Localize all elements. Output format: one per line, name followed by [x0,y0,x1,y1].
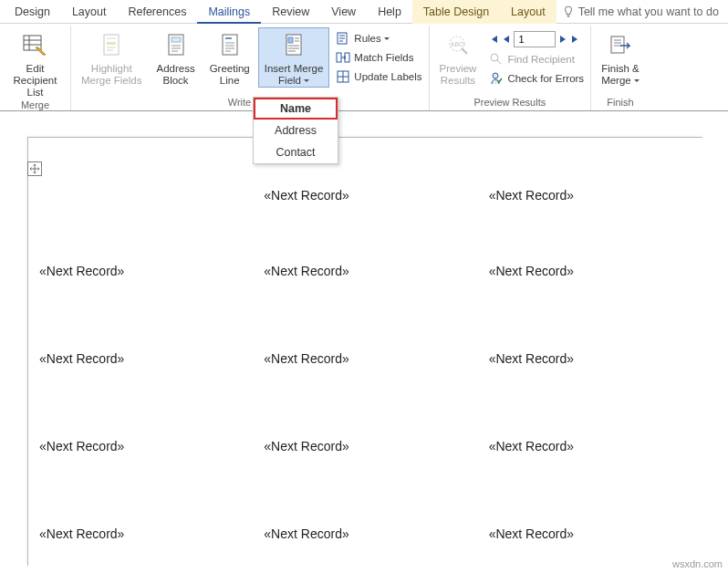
last-record-icon[interactable] [570,34,581,45]
address-block-icon [165,30,187,61]
update-labels-button[interactable]: Update Labels [333,68,424,86]
table-move-handle[interactable] [27,161,42,176]
greeting-line-icon [219,30,241,61]
find-recipient-label: Find Recipient [507,54,575,65]
highlight-icon [100,30,122,61]
next-record-field: «Next Record» [264,264,348,278]
svg-rect-40 [611,36,624,53]
label-cell[interactable]: «Next Record» [28,227,253,315]
check-errors-label: Check for Errors [507,73,584,84]
next-record-field: «Next Record» [264,439,348,453]
label-cell[interactable]: «Next Record» [253,402,477,490]
edit-recipient-list-label: Edit Recipient List [10,63,60,99]
ribbon: Edit Recipient List Merge Highlight Merg… [0,24,728,111]
prev-record-icon[interactable] [502,34,511,45]
label-cell[interactable]: «Next Record» [478,490,702,573]
address-block-button[interactable]: Address Block [150,27,201,88]
label-grid: «Next Record» «Next Record» «Next Record… [28,138,702,573]
next-record-field: «Next Record» [489,439,574,453]
recipient-list-icon [22,30,49,61]
next-record-field: «Next Record» [489,526,574,541]
label-cell[interactable]: «Next Record» [478,402,702,490]
update-labels-icon [336,69,350,84]
next-record-field: «Next Record» [489,264,574,278]
tab-view[interactable]: View [320,0,367,24]
finish-merge-label: Finish & Merge [601,63,640,87]
insert-merge-field-icon [283,30,305,61]
insert-merge-field-button[interactable]: Insert Merge Field [258,27,330,88]
address-block-label: Address Block [156,63,194,87]
label-cell[interactable]: «Next Record» [478,227,702,315]
label-cell[interactable]: «Next Record» [28,490,253,573]
document-page: «Next Record» «Next Record» «Next Record… [27,137,702,566]
match-fields-button[interactable]: Match Fields [333,48,424,67]
svg-rect-21 [288,37,293,43]
tab-help[interactable]: Help [367,0,412,24]
find-recipient-icon [489,52,504,67]
check-errors-button[interactable]: Check for Errors [486,69,587,88]
rules-button[interactable]: Rules [333,29,424,47]
label-cell[interactable]: «Next Record» [253,315,477,402]
match-fields-label: Match Fields [354,52,413,63]
next-record-field: «Next Record» [39,439,124,453]
tab-design[interactable]: Design [4,0,61,24]
svg-point-39 [493,73,498,78]
next-record-field: «Next Record» [39,526,124,541]
svg-rect-10 [172,37,181,42]
insert-merge-field-menu: Name Address Contact [253,97,338,164]
next-record-field: «Next Record» [39,264,124,278]
tab-bar: Design Layout References Mailings Review… [0,0,728,24]
merge-field-contact[interactable]: Contact [254,141,338,163]
label-cell[interactable]: «Next Record» [253,163,477,227]
match-fields-icon [336,50,350,65]
group-label-preview: Preview Results [433,97,588,110]
next-record-icon[interactable] [558,34,567,45]
label-cell[interactable]: «Next Record» [28,402,253,490]
next-record-field: «Next Record» [489,188,574,203]
record-number-input[interactable] [514,31,556,47]
next-record-field: «Next Record» [489,351,574,366]
merge-field-address[interactable]: Address [254,120,338,141]
tab-table-design[interactable]: Table Design [412,0,500,24]
label-cell[interactable] [28,163,253,227]
preview-results-icon: ABC [444,30,472,61]
tell-me-text: Tell me what you want to do [578,5,719,18]
highlight-merge-fields-button[interactable]: Highlight Merge Fields [75,27,148,88]
next-record-field: «Next Record» [264,188,348,203]
tab-references[interactable]: References [117,0,197,24]
rules-label: Rules [354,33,389,44]
tell-me[interactable]: Tell me what you want to do [562,5,719,18]
label-cell[interactable]: «Next Record» [253,490,477,573]
tab-review[interactable]: Review [261,0,320,24]
group-label-finish: Finish [595,97,646,110]
preview-results-button[interactable]: ABC Preview Results [433,27,484,88]
tab-mailings[interactable]: Mailings [197,0,261,24]
finish-merge-button[interactable]: Finish & Merge [595,27,646,88]
label-cell[interactable]: «Next Record» [28,315,253,402]
label-cell[interactable]: «Next Record» [478,315,702,402]
next-record-field: «Next Record» [39,351,124,366]
tab-layout-context[interactable]: Layout [500,0,556,24]
merge-field-name[interactable]: Name [254,98,338,120]
next-record-field: «Next Record» [264,351,348,366]
svg-rect-31 [337,53,341,62]
next-record-field: «Next Record» [264,526,348,541]
greeting-line-button[interactable]: Greeting Line [203,27,256,88]
group-label-write: Write & In [75,97,425,110]
check-errors-icon [489,71,504,86]
group-label-merge: Merge [4,99,67,113]
label-cell[interactable]: «Next Record» [253,227,477,315]
insert-merge-field-label: Insert Merge Field [265,63,324,87]
tab-layout[interactable]: Layout [61,0,118,24]
highlight-label: Highlight Merge Fields [81,63,141,87]
greeting-line-label: Greeting Line [210,63,250,87]
label-cell[interactable]: «Next Record» [478,163,702,227]
rules-icon [336,31,350,46]
lightbulb-icon [562,5,575,18]
first-record-icon[interactable] [488,34,499,45]
edit-recipient-list-button[interactable]: Edit Recipient List [4,27,67,99]
update-labels-label: Update Labels [354,71,421,82]
watermark: wsxdn.com [672,558,723,569]
find-recipient-button[interactable]: Find Recipient [486,50,587,68]
finish-merge-icon [608,30,633,61]
